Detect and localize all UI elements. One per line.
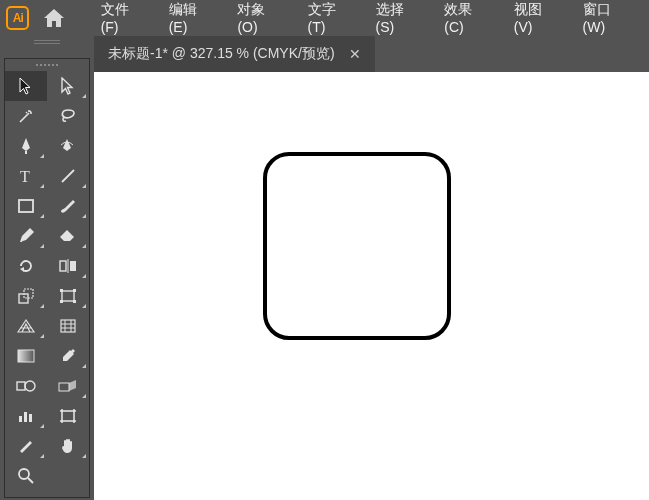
home-icon: [44, 9, 64, 27]
svg-rect-9: [60, 289, 63, 292]
tool-blend[interactable]: [5, 371, 47, 401]
svg-text:T: T: [20, 168, 30, 184]
mesh-icon: [59, 318, 77, 334]
rounded-rectangle-shape[interactable]: [263, 152, 451, 340]
direct-select-icon: [60, 77, 76, 95]
tool-reflect[interactable]: [47, 251, 89, 281]
artboard-canvas[interactable]: [94, 72, 649, 500]
svg-rect-15: [17, 382, 25, 390]
symbol-icon: [58, 378, 78, 394]
svg-rect-12: [73, 300, 76, 303]
pencil-icon: [17, 227, 35, 245]
toolbox-grip[interactable]: [5, 59, 89, 71]
free-transform-icon: [58, 287, 78, 305]
svg-line-1: [62, 170, 74, 182]
menu-file[interactable]: 文件(F): [89, 0, 157, 41]
tool-slice[interactable]: [5, 431, 47, 461]
tool-eyedropper[interactable]: [47, 341, 89, 371]
tool-symbol[interactable]: [47, 371, 89, 401]
tool-hand[interactable]: [47, 431, 89, 461]
svg-line-23: [28, 478, 33, 483]
slice-icon: [17, 437, 35, 455]
curvature-icon: [59, 137, 77, 155]
perspective-icon: [16, 318, 36, 334]
type-icon: T: [18, 168, 34, 184]
svg-point-16: [25, 381, 35, 391]
tool-mesh[interactable]: [47, 311, 89, 341]
graph-icon: [17, 408, 35, 424]
tool-pencil[interactable]: [5, 221, 47, 251]
menu-effect[interactable]: 效果(C): [432, 0, 501, 41]
toolbox: T: [4, 58, 90, 498]
left-column: T: [0, 36, 94, 500]
svg-rect-20: [29, 414, 32, 422]
tool-lasso[interactable]: [47, 101, 89, 131]
svg-rect-19: [24, 412, 27, 422]
menu-view[interactable]: 视图(V): [502, 0, 571, 41]
tool-type[interactable]: T: [5, 161, 47, 191]
svg-rect-8: [62, 291, 74, 301]
tool-empty: [47, 461, 89, 491]
tool-free-transform[interactable]: [47, 281, 89, 311]
tool-direct-select[interactable]: [47, 71, 89, 101]
tool-perspective[interactable]: [5, 311, 47, 341]
tool-zoom[interactable]: [5, 461, 47, 491]
tool-gradient[interactable]: [5, 341, 47, 371]
reflect-icon: [58, 258, 78, 274]
line-icon: [59, 167, 77, 185]
menu-type[interactable]: 文字(T): [296, 0, 364, 41]
document-tab[interactable]: 未标题-1* @ 327.15 % (CMYK/预览) ✕: [94, 36, 375, 72]
menu-window[interactable]: 窗口(W): [571, 0, 643, 41]
pen-icon: [18, 137, 34, 155]
eraser-icon: [58, 228, 78, 244]
tool-curvature[interactable]: [47, 131, 89, 161]
scale-icon: [17, 287, 35, 305]
tool-eraser[interactable]: [47, 221, 89, 251]
svg-rect-14: [18, 350, 34, 362]
document-tab-label: 未标题-1* @ 327.15 % (CMYK/预览): [108, 45, 335, 63]
eyedropper-icon: [59, 347, 77, 365]
tool-rect[interactable]: [5, 191, 47, 221]
main-menu: 文件(F) 编辑(E) 对象(O) 文字(T) 选择(S) 效果(C) 视图(V…: [89, 0, 643, 41]
rect-icon: [17, 198, 35, 214]
svg-point-22: [19, 469, 29, 479]
tool-scale[interactable]: [5, 281, 47, 311]
svg-rect-2: [19, 200, 33, 212]
tool-magic-wand[interactable]: [5, 101, 47, 131]
hand-icon: [59, 437, 77, 455]
options-bar: [0, 36, 94, 56]
gradient-icon: [17, 349, 35, 363]
home-button[interactable]: [39, 3, 68, 33]
tool-line[interactable]: [47, 161, 89, 191]
menu-object[interactable]: 对象(O): [225, 0, 295, 41]
zoom-icon: [17, 467, 35, 485]
svg-rect-17: [59, 383, 69, 391]
svg-rect-10: [73, 289, 76, 292]
tool-graph[interactable]: [5, 401, 47, 431]
close-icon[interactable]: ✕: [349, 46, 361, 62]
tool-pen[interactable]: [5, 131, 47, 161]
tool-brush[interactable]: [47, 191, 89, 221]
lasso-icon: [58, 107, 78, 125]
workspace: [94, 72, 649, 500]
magic-wand-icon: [17, 107, 35, 125]
menu-edit[interactable]: 编辑(E): [157, 0, 226, 41]
svg-rect-3: [60, 261, 66, 271]
app-topbar: Ai 文件(F) 编辑(E) 对象(O) 文字(T) 选择(S) 效果(C) 视…: [0, 0, 649, 36]
svg-rect-18: [19, 416, 22, 422]
brush-icon: [58, 197, 78, 215]
svg-rect-21: [62, 411, 74, 421]
svg-rect-11: [60, 300, 63, 303]
selection-icon: [18, 77, 34, 95]
svg-rect-13: [61, 320, 75, 332]
app-logo: Ai: [6, 6, 29, 30]
options-grip[interactable]: [32, 40, 62, 49]
tool-selection[interactable]: [5, 71, 47, 101]
artboard-icon: [59, 408, 77, 424]
rotate-icon: [17, 257, 35, 275]
menu-select[interactable]: 选择(S): [364, 0, 433, 41]
tool-artboard[interactable]: [47, 401, 89, 431]
tool-rotate[interactable]: [5, 251, 47, 281]
svg-rect-4: [70, 261, 76, 271]
blend-icon: [16, 379, 36, 393]
